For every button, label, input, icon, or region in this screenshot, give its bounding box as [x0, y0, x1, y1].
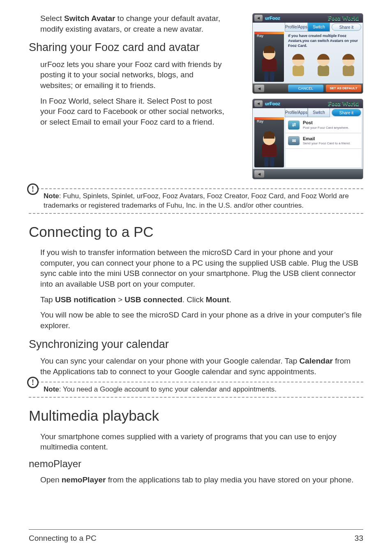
- text: >: [116, 295, 122, 304]
- avatar-name: Ray: [257, 119, 263, 124]
- text: You can sync your calendar on your phone…: [40, 357, 300, 365]
- share-post-item: ⇄ Post Post your Fooz Card anywhere.: [286, 117, 361, 133]
- bold-mount: Mount: [206, 295, 229, 304]
- para-sync-1: You can sync your calendar on your phone…: [40, 356, 363, 377]
- back-icon: ◄: [254, 15, 263, 21]
- footer-page-number: 33: [355, 533, 363, 544]
- post-icon: ⇄: [288, 120, 300, 130]
- footer-back-icon: ◄: [254, 85, 264, 92]
- tab-switch-avatar: Switch Avatar: [308, 108, 330, 117]
- bold-usb-connected: USB connected: [122, 295, 182, 304]
- tab-share-it: Share it: [332, 109, 361, 116]
- para-connecting-3: You will now be able to see the microSD …: [40, 310, 363, 331]
- tab-share-it: Share it: [332, 23, 361, 31]
- email-label: Email: [303, 136, 350, 142]
- text: from the applications tab to play media …: [106, 475, 354, 484]
- heading-sync-calendar: Synchronizing your calendar: [29, 337, 363, 352]
- text: Tap: [40, 295, 55, 304]
- footer-section-title: Connecting to a PC: [29, 533, 97, 544]
- para-connecting-2: Tap USB notification > USB connected. Cl…: [40, 294, 363, 305]
- urfooz-logo: urFooz: [265, 15, 280, 21]
- text: .: [229, 295, 231, 304]
- back-icon: ◄: [254, 100, 263, 107]
- para-connecting-1: If you wish to transfer information betw…: [40, 247, 363, 290]
- para-multimedia-1: Your smartphone comes supplied with a va…: [40, 431, 363, 452]
- note-google-account: ! Note: You need a Google account to syn…: [29, 382, 363, 398]
- email-icon: ✉: [288, 136, 300, 145]
- para-sharing-2: In Fooz World, select Share it. Select P…: [40, 96, 225, 127]
- avatar-option: [287, 51, 309, 81]
- avatar-preview: Ray: [254, 117, 284, 167]
- urfooz-logo: urFooz: [265, 101, 280, 107]
- avatar-option: [312, 51, 334, 81]
- email-sub: Send your Fooz Card to a friend.: [303, 141, 350, 146]
- note-text: : You need a Google account to sync your…: [59, 385, 277, 393]
- bold-calendar: Calendar: [300, 357, 333, 365]
- bold-usb-notification: USB notification: [55, 295, 116, 304]
- fooz-world-title: Fooz World: [328, 14, 359, 22]
- heading-connecting: Connecting to a PC: [29, 222, 363, 241]
- tab-profile-apps: Profile/Apps: [285, 108, 308, 117]
- heading-nemoplayer: nemoPlayer: [29, 457, 363, 470]
- screenshot-switch-avatar: ◄ urFooz Fooz World Profile/Apps Switch …: [252, 13, 363, 94]
- note-label: Note: [44, 385, 59, 393]
- note-label: Note: [44, 192, 59, 200]
- avatar-option: [338, 51, 360, 81]
- para-switch-avatar: Select Switch Avatar to change your defa…: [40, 13, 225, 34]
- heading-multimedia: Multimedia playback: [29, 406, 363, 425]
- footer-back-icon: ◄: [254, 170, 264, 178]
- cancel-button: CANCEL: [288, 85, 323, 92]
- post-sub: Post your Fooz Card anywhere.: [303, 126, 349, 130]
- alert-icon: !: [27, 183, 39, 195]
- switch-avatar-hint: If you have created multiple Fooz Avatar…: [286, 32, 361, 50]
- text: Open: [40, 475, 62, 484]
- note-trademarks: ! Note: Fuhu, Spinlets, Spinlet, urFooz,…: [29, 188, 363, 214]
- set-default-button: SET AS DEFAULT: [326, 85, 361, 92]
- avatar-preview: Ray: [254, 32, 284, 82]
- para-nemo-1: Open nemoPlayer from the applications ta…: [40, 475, 363, 485]
- fooz-world-title: Fooz World: [328, 100, 359, 108]
- screenshot-share-it: ◄ urFooz Fooz World Profile/Apps Switch …: [252, 99, 363, 179]
- note-text: : Fuhu, Spinlets, Spinlet, urFooz, Fooz …: [44, 192, 349, 209]
- post-label: Post: [303, 120, 349, 126]
- bold-switch-avatar: Switch Avatar: [64, 14, 115, 23]
- bold-nemoplayer: nemoPlayer: [62, 475, 106, 484]
- para-sharing-1: urFooz lets you share your Fooz card wit…: [40, 59, 225, 91]
- tab-profile-apps: Profile/Apps: [285, 23, 308, 32]
- avatar-name: Ray: [257, 33, 263, 38]
- text: . Click: [182, 295, 206, 304]
- alert-icon: !: [27, 377, 39, 388]
- tab-switch-avatar: Switch Avatar: [308, 23, 330, 32]
- share-email-item: ✉ Email Send your Fooz Card to a friend.: [286, 133, 361, 149]
